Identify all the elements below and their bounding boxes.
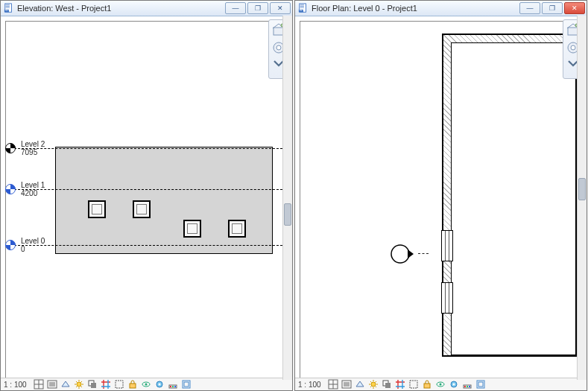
close-button[interactable]: ✕ — [564, 2, 585, 14]
canvas-inner — [300, 21, 582, 378]
minimize-button[interactable]: — — [225, 2, 246, 14]
detail-level-icon[interactable] — [47, 379, 57, 390]
close-button[interactable]: ✕ — [270, 2, 291, 14]
plan-window[interactable] — [441, 282, 453, 314]
visual-style-icon[interactable] — [60, 379, 71, 390]
svg-rect-47 — [464, 386, 466, 387]
window-symbol[interactable] — [133, 200, 151, 218]
svg-rect-41 — [424, 384, 430, 388]
canvas-inner: Level 2 7095 Level 1 4200 Level 0 0 — [5, 21, 288, 378]
svg-rect-39 — [385, 383, 391, 388]
svg-point-43 — [440, 384, 442, 386]
level-name: Level 1 — [21, 181, 45, 189]
canvas-floorplan[interactable] — [295, 16, 587, 378]
level-line-level1[interactable] — [10, 189, 282, 190]
detail-level-icon[interactable] — [341, 379, 352, 390]
level-value: 0 — [21, 245, 25, 253]
plan-window[interactable] — [441, 230, 453, 261]
restore-button[interactable]: ❐ — [542, 2, 563, 14]
workspace: RVT Elevation: West - Project1 — ❐ ✕ Lev… — [0, 0, 588, 391]
elevation-marker[interactable] — [390, 242, 414, 266]
panel-elevation: RVT Elevation: West - Project1 — ❐ ✕ Lev… — [0, 0, 293, 391]
shadows-icon[interactable] — [87, 379, 98, 390]
svg-rect-26 — [184, 382, 189, 387]
restore-button[interactable]: ❐ — [247, 2, 268, 14]
level-head-icon — [4, 183, 16, 195]
titlebar-floorplan[interactable]: RVT Floor Plan: Level 0 - Project1 — ❐ ✕ — [295, 1, 587, 16]
svg-point-9 — [276, 45, 281, 50]
svg-point-18 — [145, 384, 148, 386]
crop-view-icon[interactable] — [395, 379, 405, 390]
model-graphics-icon[interactable] — [328, 379, 338, 390]
vertical-scrollbar[interactable] — [577, 16, 587, 380]
svg-point-37 — [371, 382, 376, 387]
crop-region-icon[interactable] — [408, 379, 419, 390]
analytical-icon[interactable] — [181, 379, 192, 390]
level-head-icon — [4, 142, 16, 154]
level-line-level0[interactable] — [10, 245, 282, 246]
lock-icon[interactable] — [127, 379, 138, 390]
svg-text:RVT: RVT — [300, 9, 304, 12]
svg-point-20 — [159, 384, 161, 386]
level-line-level2[interactable] — [10, 148, 282, 149]
plan-wall-inner — [451, 42, 576, 355]
crop-view-icon[interactable] — [101, 379, 111, 390]
vertical-scrollbar[interactable] — [282, 16, 292, 380]
shadows-icon[interactable] — [382, 379, 392, 390]
level-name: Level 2 — [21, 140, 45, 148]
temporary-hide-icon[interactable] — [141, 379, 151, 390]
level-value: 7095 — [21, 148, 37, 156]
window-buttons: — ❐ ✕ — [519, 2, 585, 14]
svg-rect-40 — [410, 381, 417, 388]
window-symbol[interactable] — [228, 220, 246, 238]
svg-text:RVT: RVT — [5, 9, 10, 12]
view-scale[interactable]: 1 : 100 — [4, 381, 31, 389]
document-icon: RVT — [298, 3, 309, 13]
model-graphics-icon[interactable] — [34, 379, 44, 390]
minimize-button[interactable]: — — [519, 2, 540, 14]
worksharing-icon[interactable] — [462, 379, 472, 390]
view-scale[interactable]: 1 : 100 — [298, 381, 325, 389]
svg-rect-49 — [469, 386, 470, 387]
sun-path-icon[interactable] — [368, 379, 379, 390]
svg-rect-24 — [174, 386, 176, 387]
svg-rect-15 — [116, 381, 123, 388]
svg-rect-23 — [172, 386, 174, 387]
level-head-icon — [4, 239, 16, 251]
svg-point-12 — [77, 382, 81, 387]
canvas-elevation[interactable]: Level 2 7095 Level 1 4200 Level 0 0 — [1, 16, 292, 378]
svg-point-45 — [453, 384, 455, 386]
svg-rect-22 — [170, 386, 171, 387]
svg-point-30 — [391, 245, 409, 263]
statusbar-elevation: 1 : 100 — [1, 378, 292, 390]
panel-floorplan: RVT Floor Plan: Level 0 - Project1 — ❐ ✕ — [294, 0, 587, 391]
temporary-hide-icon[interactable] — [435, 379, 446, 390]
svg-rect-51 — [478, 382, 483, 387]
svg-rect-16 — [130, 384, 136, 388]
reveal-hidden-icon[interactable] — [449, 379, 459, 390]
title-text: Elevation: West - Project1 — [17, 4, 225, 13]
window-symbol[interactable] — [183, 220, 201, 238]
document-icon: RVT — [4, 3, 14, 13]
analytical-icon[interactable] — [475, 379, 486, 390]
svg-rect-48 — [467, 386, 468, 387]
scroll-thumb[interactable] — [578, 178, 586, 200]
scroll-thumb[interactable] — [284, 203, 291, 226]
window-buttons: — ❐ ✕ — [225, 2, 291, 14]
svg-rect-14 — [91, 383, 96, 388]
svg-point-34 — [571, 45, 575, 50]
crop-region-icon[interactable] — [114, 379, 124, 390]
sun-path-icon[interactable] — [74, 379, 84, 390]
window-symbol[interactable] — [88, 200, 106, 218]
elevation-marker-dash — [418, 253, 429, 254]
statusbar-floorplan: 1 : 100 — [295, 378, 587, 390]
reveal-hidden-icon[interactable] — [154, 379, 165, 390]
titlebar-elevation[interactable]: RVT Elevation: West - Project1 — ❐ ✕ — [1, 1, 292, 16]
lock-icon[interactable] — [422, 379, 432, 390]
title-text: Floor Plan: Level 0 - Project1 — [312, 4, 519, 13]
level-name: Level 0 — [21, 237, 45, 245]
level-value: 4200 — [21, 189, 37, 197]
worksharing-icon[interactable] — [168, 379, 178, 390]
visual-style-icon[interactable] — [355, 379, 365, 390]
